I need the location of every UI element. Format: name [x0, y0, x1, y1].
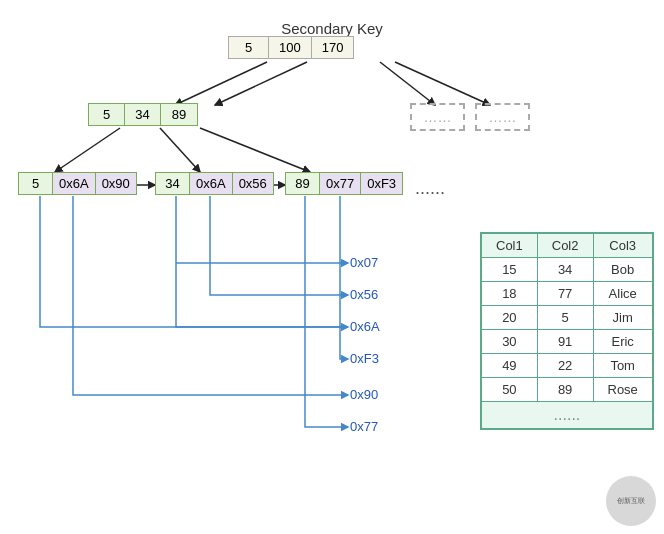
col1-header: Col1 [482, 234, 538, 258]
leaf-node-2: 34 0x6A 0x56 [155, 172, 274, 195]
sk-cell-1: 5 [229, 37, 269, 58]
data-table: Col1 Col2 Col3 15 34 Bob 18 77 Alice 20 … [480, 232, 654, 430]
watermark-text: 创新互联 [617, 496, 645, 506]
svg-line-1 [215, 62, 307, 105]
sk-cell-2: 100 [269, 37, 312, 58]
cell-r1c2: 34 [537, 258, 593, 282]
table-row: 30 91 Eric [482, 330, 653, 354]
cell-r4c2: 91 [537, 330, 593, 354]
dash-label-2: …… [489, 109, 517, 125]
cell-r3c2: 5 [537, 306, 593, 330]
hex-label-0x56: 0x56 [350, 287, 378, 302]
table-footer-dots: ...... [482, 402, 653, 429]
cell-r5c3: Tom [593, 354, 652, 378]
cell-r6c1: 50 [482, 378, 538, 402]
dashed-node-1: …… [410, 103, 465, 131]
index-node-1: 5 34 89 [88, 103, 198, 126]
hex-label-0x90: 0x90 [350, 387, 378, 402]
svg-line-2 [380, 62, 435, 105]
sk-cell-3: 170 [312, 37, 354, 58]
cell-r3c1: 20 [482, 306, 538, 330]
cell-r1c1: 15 [482, 258, 538, 282]
leaf2-cell-val: 34 [156, 173, 190, 194]
svg-line-4 [55, 128, 120, 172]
table-row: 50 89 Rose [482, 378, 653, 402]
table-row: 15 34 Bob [482, 258, 653, 282]
leaf-node-3: 89 0x77 0xF3 [285, 172, 403, 195]
table-row: 20 5 Jim [482, 306, 653, 330]
cell-r2c3: Alice [593, 282, 652, 306]
table-row: 49 22 Tom [482, 354, 653, 378]
hex-label-0x07: 0x07 [350, 255, 378, 270]
table-row: 18 77 Alice [482, 282, 653, 306]
table-dots-row: ...... [482, 402, 653, 429]
leaf1-cell-addr: 0x6A [53, 173, 96, 194]
dashed-node-2: …… [475, 103, 530, 131]
watermark: 创新互联 [606, 476, 656, 526]
leaf-node-1: 5 0x6A 0x90 [18, 172, 137, 195]
idx1-cell-3: 89 [161, 104, 197, 125]
idx1-cell-2: 34 [125, 104, 161, 125]
page-title: Secondary Key [0, 10, 664, 37]
cell-r2c1: 18 [482, 282, 538, 306]
svg-line-5 [160, 128, 200, 172]
col3-header: Col3 [593, 234, 652, 258]
cell-r6c2: 89 [537, 378, 593, 402]
cell-r5c2: 22 [537, 354, 593, 378]
leaf2-cell-addr2: 0x56 [233, 173, 273, 194]
cell-r6c3: Rose [593, 378, 652, 402]
svg-line-0 [175, 62, 267, 105]
hex-label-0x77: 0x77 [350, 419, 378, 434]
leaf1-cell-addr2: 0x90 [96, 173, 136, 194]
hex-label-0x6A: 0x6A [350, 319, 380, 334]
dash-label-1: …… [424, 109, 452, 125]
hex-label-0xF3: 0xF3 [350, 351, 379, 366]
cell-r5c1: 49 [482, 354, 538, 378]
leaf3-cell-val: 89 [286, 173, 320, 194]
cell-r3c3: Jim [593, 306, 652, 330]
col2-header: Col2 [537, 234, 593, 258]
cell-r2c2: 77 [537, 282, 593, 306]
leaf2-cell-addr1: 0x6A [190, 173, 233, 194]
cell-r4c3: Eric [593, 330, 652, 354]
leaf3-cell-addr1: 0x77 [320, 173, 361, 194]
leaf3-cell-addr2: 0xF3 [361, 173, 402, 194]
leaf-ellipsis: ...... [415, 178, 445, 199]
idx1-cell-1: 5 [89, 104, 125, 125]
leaf1-cell-val: 5 [19, 173, 53, 194]
svg-line-6 [200, 128, 310, 172]
cell-r1c3: Bob [593, 258, 652, 282]
svg-line-3 [395, 62, 490, 105]
secondary-key-node: 5 100 170 [228, 36, 354, 59]
cell-r4c1: 30 [482, 330, 538, 354]
